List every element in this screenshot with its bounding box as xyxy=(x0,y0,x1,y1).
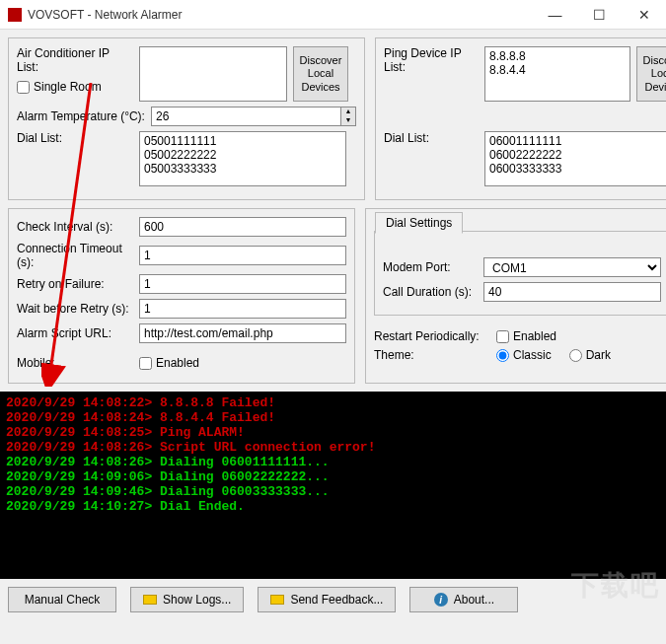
dial-list-label-left: Dial List: xyxy=(17,131,133,145)
mobile-enabled-label: Enabled xyxy=(156,356,199,370)
conn-timeout-input[interactable] xyxy=(139,246,346,265)
maximize-button[interactable]: ☐ xyxy=(577,0,622,29)
single-room-label: Single Room xyxy=(34,80,102,94)
discover-devices-button-right[interactable]: Discover Local Devices xyxy=(636,46,666,102)
restart-label: Restart Periodically: xyxy=(374,329,490,343)
theme-classic-label: Classic xyxy=(513,348,552,362)
theme-dark-radio[interactable] xyxy=(569,349,582,362)
app-logo-icon xyxy=(8,8,22,22)
ac-ip-list-input[interactable] xyxy=(139,46,287,102)
log-line: 2020/9/29 14:08:24> 8.8.4.4 Failed! xyxy=(6,410,660,425)
log-console: 2020/9/29 14:08:22> 8.8.8.8 Failed!2020/… xyxy=(0,392,666,579)
ping-panel: Ping Device IP List: Discover Local Devi… xyxy=(375,37,666,200)
close-button[interactable]: ✕ xyxy=(622,0,666,29)
notes-icon xyxy=(143,595,157,605)
discover-devices-button-left[interactable]: Discover Local Devices xyxy=(293,46,348,102)
restart-enabled-checkbox[interactable] xyxy=(496,330,509,343)
send-feedback-button[interactable]: Send Feedback... xyxy=(258,587,396,612)
dial-settings-tab[interactable]: Dial Settings xyxy=(375,212,463,234)
minimize-button[interactable]: — xyxy=(533,0,577,29)
ac-ip-list-label: Air Conditioner IP List: xyxy=(17,46,133,74)
retry-input[interactable] xyxy=(139,274,346,294)
alarm-temp-label: Alarm Temperature (°C): xyxy=(17,109,145,123)
script-url-label: Alarm Script URL: xyxy=(17,326,133,340)
dial-list-input-left[interactable] xyxy=(139,131,346,186)
check-interval-input[interactable] xyxy=(139,217,346,237)
manual-check-button[interactable]: Manual Check xyxy=(8,587,116,612)
log-line: 2020/9/29 14:08:26> Script URL connectio… xyxy=(6,440,660,455)
script-url-input[interactable] xyxy=(139,323,346,343)
log-line: 2020/9/29 14:08:26> Dialing 06001111111.… xyxy=(6,455,660,469)
titlebar: VOVSOFT - Network Alarmer — ☐ ✕ xyxy=(0,0,666,30)
mobile-label: Mobile: xyxy=(17,356,133,370)
modem-port-select[interactable]: COM1 xyxy=(483,257,661,277)
conn-timeout-label: Connection Timeout (s): xyxy=(17,242,133,269)
mobile-enabled-checkbox[interactable] xyxy=(139,357,152,370)
ac-panel: Air Conditioner IP List: Single Room Dis… xyxy=(8,37,365,200)
theme-dark-label: Dark xyxy=(586,348,611,362)
ping-ip-list-input[interactable] xyxy=(484,46,630,102)
theme-label: Theme: xyxy=(374,348,490,362)
alarm-temp-input[interactable] xyxy=(151,107,340,126)
call-duration-label: Call Duration (s): xyxy=(383,285,478,299)
settings-right-panel: Dial Settings Modem Port: COM1 Call Dura… xyxy=(365,208,666,384)
retry-label: Retry on Failure: xyxy=(17,277,133,291)
wait-retry-label: Wait before Retry (s): xyxy=(17,302,133,316)
check-interval-label: Check Interval (s): xyxy=(17,220,133,234)
temp-spin-up[interactable]: ▲ xyxy=(341,107,355,116)
dial-list-label-right: Dial List: xyxy=(384,131,479,145)
log-line: 2020/9/29 14:08:22> 8.8.8.8 Failed! xyxy=(6,395,660,410)
about-button[interactable]: iAbout... xyxy=(409,587,518,612)
wait-retry-input[interactable] xyxy=(139,299,346,319)
theme-classic-radio[interactable] xyxy=(496,349,509,362)
temp-spin-down[interactable]: ▼ xyxy=(341,116,355,125)
log-line: 2020/9/29 14:08:25> Ping ALARM! xyxy=(6,425,660,440)
restart-enabled-label: Enabled xyxy=(513,329,556,343)
window-title: VOVSOFT - Network Alarmer xyxy=(28,8,533,22)
envelope-icon xyxy=(270,595,284,605)
modem-port-label: Modem Port: xyxy=(383,260,478,274)
log-line: 2020/9/29 14:09:06> Dialing 06002222222.… xyxy=(6,469,660,484)
dial-list-input-right[interactable] xyxy=(484,131,666,186)
settings-left-panel: Check Interval (s): Connection Timeout (… xyxy=(8,208,355,384)
log-line: 2020/9/29 14:09:46> Dialing 06003333333.… xyxy=(6,484,660,499)
call-duration-input[interactable] xyxy=(483,282,661,302)
ping-ip-list-label: Ping Device IP List: xyxy=(384,46,479,74)
log-line: 2020/9/29 14:10:27> Dial Ended. xyxy=(6,499,660,514)
single-room-checkbox[interactable] xyxy=(17,81,30,94)
show-logs-button[interactable]: Show Logs... xyxy=(130,587,244,612)
info-icon: i xyxy=(434,593,448,607)
